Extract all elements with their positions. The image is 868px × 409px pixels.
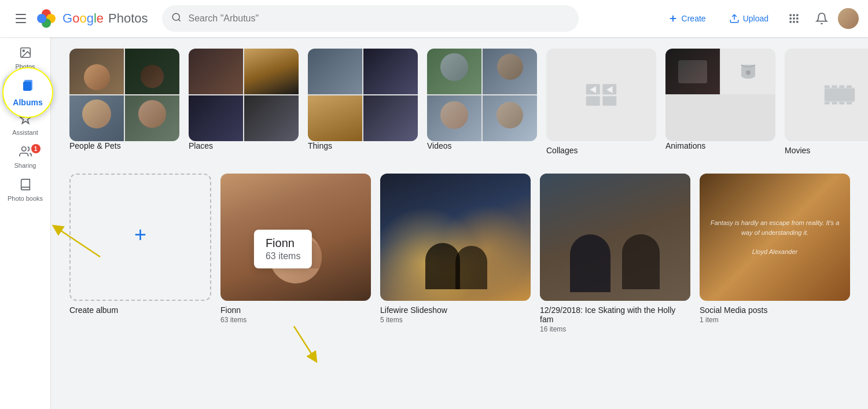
search-icon [171, 12, 182, 25]
animations-thumb [665, 49, 775, 141]
svg-rect-36 [839, 86, 844, 89]
svg-rect-15 [790, 21, 792, 23]
upload-button[interactable]: Upload [720, 9, 778, 28]
lifewire-thumb [380, 174, 531, 301]
svg-rect-25 [23, 82, 31, 91]
tooltip-name: Fionn [266, 237, 300, 250]
svg-rect-34 [825, 86, 830, 89]
create-album-label: Create album [69, 305, 118, 315]
svg-rect-14 [796, 17, 798, 19]
circle-albums-label: Albums [13, 98, 42, 107]
logo-word-google: Google [62, 11, 104, 26]
svg-rect-40 [839, 102, 844, 105]
sidebar-sharing-label: Sharing [14, 162, 36, 169]
albums-highlight-circle: Albums [2, 67, 53, 118]
sidebar-assistant-label: Assistant [12, 129, 38, 136]
upload-label: Upload [743, 14, 768, 23]
create-button[interactable]: Create [659, 9, 715, 28]
animations-label: Animations [665, 141, 705, 150]
content-area: People & Pets Places [51, 37, 868, 409]
videos-thumb [427, 49, 537, 141]
category-animations[interactable]: Animations [665, 49, 775, 155]
album-lifewire[interactable]: Lifewire Slideshow 5 items [380, 174, 531, 333]
places-label: Places [189, 141, 213, 150]
svg-rect-41 [847, 102, 852, 105]
photos-icon [19, 46, 32, 61]
lifewire-count: 5 items [380, 316, 531, 324]
svg-rect-17 [796, 21, 798, 23]
svg-rect-13 [793, 17, 795, 19]
fionn-tooltip: Fionn 63 items [254, 230, 312, 268]
google-photos-icon [35, 7, 58, 30]
category-things[interactable]: Things [308, 49, 418, 155]
albums-grid: + Create album Fionn 63 items Fionn 63 i… [69, 174, 849, 333]
collages-thumb [546, 49, 656, 141]
svg-line-5 [178, 19, 180, 21]
svg-rect-37 [847, 86, 852, 89]
album-fionn[interactable]: Fionn 63 items Fionn 63 items [220, 174, 371, 333]
menu-button[interactable] [9, 7, 32, 30]
svg-point-3 [37, 14, 46, 23]
fionn-count: 63 items [220, 316, 371, 324]
places-thumb [189, 49, 299, 141]
search-input[interactable] [189, 13, 569, 24]
movies-thumb [785, 49, 868, 141]
social-count: 1 item [700, 316, 850, 324]
category-places[interactable]: Places [189, 49, 299, 155]
people-pets-thumb [69, 49, 179, 141]
tooltip-count: 63 items [266, 251, 300, 261]
notifications-button[interactable] [810, 7, 833, 30]
svg-rect-39 [832, 102, 837, 105]
svg-rect-29 [602, 96, 616, 106]
create-album-container: + Create album [69, 174, 211, 333]
sidebar-item-photobooks[interactable]: Photo books [2, 174, 49, 207]
create-label: Create [682, 14, 706, 23]
circle-albums-icon [21, 78, 35, 94]
movies-label: Movies [785, 146, 810, 155]
svg-rect-28 [586, 96, 600, 106]
svg-rect-10 [793, 14, 795, 16]
sharing-badge: 1 [31, 144, 41, 153]
svg-rect-35 [832, 86, 837, 89]
category-people-pets[interactable]: People & Pets [69, 49, 179, 155]
photobooks-icon [19, 178, 32, 193]
sidebar-item-sharing[interactable]: 1 Sharing [2, 141, 49, 174]
svg-point-19 [23, 50, 24, 51]
plus-icon: + [134, 223, 146, 247]
topbar-actions: Create Upload [659, 7, 859, 30]
collages-label: Collages [546, 146, 578, 155]
sidebar-photobooks-label: Photo books [8, 195, 43, 202]
album-skating[interactable]: 12/29/2018: Ice Skating with the Holly f… [540, 174, 690, 333]
create-album-card[interactable]: + [69, 174, 211, 301]
social-thumb: Fantasy is hardly an escape from reality… [700, 174, 850, 301]
svg-rect-38 [825, 102, 830, 105]
category-videos[interactable]: Videos [427, 49, 537, 155]
search-bar[interactable] [162, 5, 579, 32]
collages-placeholder-icon [584, 80, 619, 109]
things-thumb [308, 49, 418, 141]
svg-point-23 [21, 147, 25, 151]
people-pets-label: People & Pets [69, 141, 121, 150]
svg-rect-16 [793, 21, 795, 23]
svg-point-32 [746, 70, 751, 75]
album-social[interactable]: Fantasy is hardly an escape from reality… [700, 174, 850, 333]
avatar[interactable] [838, 8, 859, 29]
svg-rect-9 [790, 14, 792, 16]
logo-word-photos: Photos [108, 11, 148, 26]
fionn-title: Fionn [220, 305, 371, 315]
categories-row: People & Pets Places [69, 49, 849, 155]
videos-label: Videos [427, 141, 452, 150]
topbar: Google Photos Create Upload [0, 0, 868, 37]
lifewire-title: Lifewire Slideshow [380, 305, 531, 315]
movies-placeholder-icon [822, 80, 857, 109]
category-movies[interactable]: Movies [785, 49, 868, 155]
svg-rect-11 [796, 14, 798, 16]
svg-rect-33 [825, 89, 855, 102]
main-layout: Photos Albums Assistant 1 [0, 37, 868, 409]
google-photos-logo: Google Photos [35, 7, 148, 30]
svg-point-4 [172, 13, 179, 20]
grid-view-button[interactable] [782, 7, 806, 30]
things-label: Things [308, 141, 332, 150]
category-collages[interactable]: Collages [546, 49, 656, 155]
svg-rect-12 [790, 17, 792, 19]
